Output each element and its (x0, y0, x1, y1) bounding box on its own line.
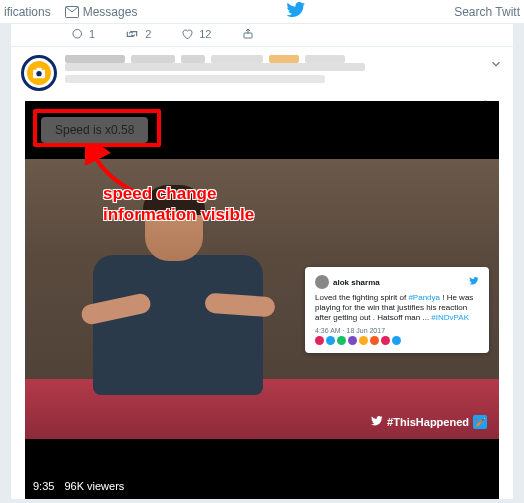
hashtag-text: #ThisHappened (387, 416, 469, 428)
notifications-label: ifications (4, 5, 51, 19)
retweet-stat[interactable]: 2 (125, 28, 151, 40)
twitter-logo-icon[interactable] (286, 2, 306, 21)
top-navigation-bar: ifications Messages Search Twitt (0, 0, 524, 24)
hashtag-overlay: #ThisHappened 🏏 (371, 415, 487, 429)
embedded-reactions (315, 336, 479, 345)
twitter-bird-small-icon (371, 416, 383, 428)
retweet-count: 2 (145, 28, 151, 40)
video-player[interactable]: alok sharma Loved the fighting spirit of… (25, 101, 499, 499)
share-stat[interactable] (242, 28, 254, 40)
video-frame-still: alok sharma Loved the fighting spirit of… (25, 159, 499, 439)
embedded-avatar (315, 275, 329, 289)
tweet-header: iru (11, 47, 513, 95)
embedded-author: alok sharma (333, 278, 380, 287)
messages-label: Messages (83, 5, 138, 19)
tweet-author-lines (65, 55, 503, 87)
like-count: 12 (199, 28, 211, 40)
topbar-left-group: ifications Messages (4, 5, 137, 19)
envelope-icon (65, 6, 79, 18)
tweet-options-caret[interactable] (489, 57, 503, 75)
author-avatar[interactable] (21, 55, 57, 91)
notifications-tab[interactable]: ifications (4, 5, 51, 19)
like-stat[interactable]: 12 (181, 28, 211, 40)
person-shape (75, 189, 275, 439)
embedded-tweet-card: alok sharma Loved the fighting spirit of… (305, 267, 489, 353)
video-controls-bar: 9:35 96K viewers (25, 473, 499, 499)
reply-count: 1 (89, 28, 95, 40)
svg-rect-4 (36, 68, 41, 71)
reply-stat[interactable]: 1 (71, 28, 95, 40)
embedded-tweet-timestamp: 4:36 AM · 18 Jun 2017 (315, 327, 479, 334)
embedded-tweet-body: Loved the fighting spirit of #Pandya ! H… (315, 293, 479, 323)
messages-tab[interactable]: Messages (65, 5, 138, 19)
camera-icon (31, 65, 47, 81)
twitter-bird-icon (469, 277, 479, 287)
tweet-card: 1 2 12 (11, 24, 513, 499)
prev-tweet-stats: 1 2 12 (11, 24, 513, 47)
speed-indicator-pill: Speed is x0.58 (41, 117, 148, 143)
hashtag-badge-icon: 🏏 (473, 415, 487, 429)
search-placeholder: Search Twitt (454, 5, 520, 19)
svg-point-3 (36, 71, 41, 76)
timeline-column: 1 2 12 (0, 24, 524, 503)
chevron-down-icon (489, 57, 503, 71)
search-input[interactable]: Search Twitt (454, 5, 520, 19)
video-viewers: 96K viewers (64, 480, 124, 492)
video-time: 9:35 (33, 480, 54, 492)
